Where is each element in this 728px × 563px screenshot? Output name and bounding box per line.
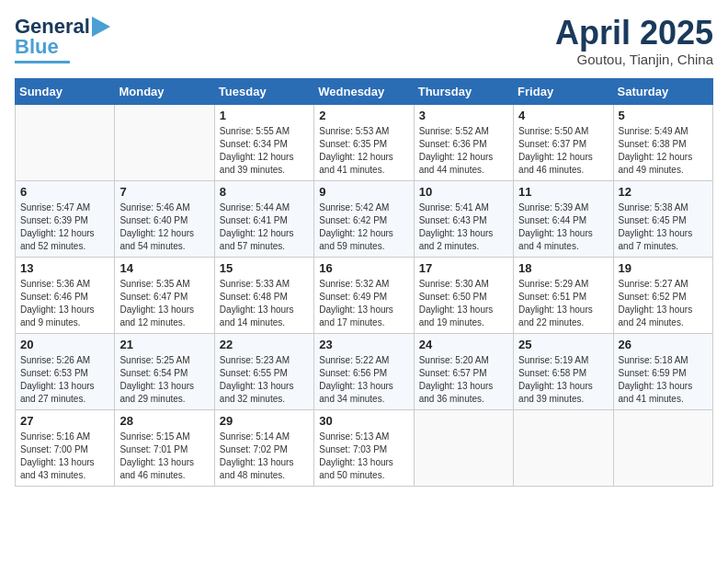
day-number: 24: [419, 338, 508, 351]
day-number: 16: [319, 261, 408, 275]
calendar-cell: 13Sunrise: 5:36 AMSunset: 6:46 PMDayligh…: [16, 257, 115, 333]
calendar-cell: 3Sunrise: 5:52 AMSunset: 6:36 PMDaylight…: [414, 104, 513, 180]
calendar-cell: 7Sunrise: 5:46 AMSunset: 6:40 PMDaylight…: [115, 180, 214, 257]
calendar-cell: 20Sunrise: 5:26 AMSunset: 6:53 PMDayligh…: [16, 333, 115, 409]
calendar-cell: 2Sunrise: 5:53 AMSunset: 6:35 PMDaylight…: [314, 104, 414, 180]
calendar-cell: 28Sunrise: 5:15 AMSunset: 7:01 PMDayligh…: [115, 409, 214, 486]
calendar-week-row: 1Sunrise: 5:55 AMSunset: 6:34 PMDaylight…: [16, 104, 713, 180]
day-info: Sunrise: 5:41 AMSunset: 6:43 PMDaylight:…: [419, 201, 508, 253]
day-info: Sunrise: 5:18 AMSunset: 6:59 PMDaylight:…: [619, 354, 708, 406]
day-number: 12: [619, 185, 708, 199]
logo-arrow-icon: [92, 17, 110, 37]
calendar-cell: 17Sunrise: 5:30 AMSunset: 6:50 PMDayligh…: [414, 257, 513, 333]
day-info: Sunrise: 5:29 AMSunset: 6:51 PMDaylight:…: [518, 278, 608, 329]
day-number: 20: [20, 338, 109, 351]
weekday-header-thursday: Thursday: [414, 78, 513, 104]
calendar-cell: 18Sunrise: 5:29 AMSunset: 6:51 PMDayligh…: [514, 257, 613, 333]
calendar-cell: 9Sunrise: 5:42 AMSunset: 6:42 PMDaylight…: [314, 180, 414, 257]
calendar-week-row: 20Sunrise: 5:26 AMSunset: 6:53 PMDayligh…: [16, 333, 713, 409]
day-info: Sunrise: 5:14 AMSunset: 7:02 PMDaylight:…: [220, 431, 309, 482]
calendar-table: SundayMondayTuesdayWednesdayThursdayFrid…: [15, 78, 713, 487]
calendar-cell: 24Sunrise: 5:20 AMSunset: 6:57 PMDayligh…: [414, 333, 513, 409]
location: Goutou, Tianjin, China: [555, 52, 713, 67]
day-number: 7: [119, 185, 209, 199]
logo: General Blue: [15, 15, 110, 63]
day-info: Sunrise: 5:23 AMSunset: 6:55 PMDaylight:…: [220, 354, 309, 406]
day-number: 9: [319, 185, 408, 199]
day-number: 21: [119, 338, 209, 351]
weekday-header-row: SundayMondayTuesdayWednesdayThursdayFrid…: [16, 78, 713, 104]
calendar-cell: 12Sunrise: 5:38 AMSunset: 6:45 PMDayligh…: [613, 180, 712, 257]
day-number: 27: [20, 414, 109, 428]
weekday-header-monday: Monday: [115, 78, 214, 104]
calendar-cell: [514, 409, 613, 486]
weekday-header-saturday: Saturday: [613, 78, 712, 104]
logo-blue: Blue: [15, 35, 59, 59]
day-number: 1: [220, 109, 309, 122]
day-info: Sunrise: 5:53 AMSunset: 6:35 PMDaylight:…: [319, 125, 408, 177]
day-number: 15: [220, 261, 309, 275]
day-info: Sunrise: 5:16 AMSunset: 7:00 PMDaylight:…: [20, 431, 109, 482]
day-number: 5: [619, 109, 708, 122]
calendar-cell: [414, 409, 513, 486]
day-number: 25: [518, 338, 608, 351]
day-number: 6: [20, 185, 109, 199]
calendar-cell: [115, 104, 214, 180]
day-info: Sunrise: 5:47 AMSunset: 6:39 PMDaylight:…: [20, 201, 109, 253]
calendar-cell: 5Sunrise: 5:49 AMSunset: 6:38 PMDaylight…: [613, 104, 712, 180]
day-info: Sunrise: 5:55 AMSunset: 6:34 PMDaylight:…: [220, 125, 309, 177]
calendar-cell: 26Sunrise: 5:18 AMSunset: 6:59 PMDayligh…: [613, 333, 712, 409]
calendar-cell: 23Sunrise: 5:22 AMSunset: 6:56 PMDayligh…: [314, 333, 414, 409]
calendar-cell: 10Sunrise: 5:41 AMSunset: 6:43 PMDayligh…: [414, 180, 513, 257]
title-block: April 2025 Goutou, Tianjin, China: [555, 15, 713, 67]
day-number: 28: [119, 414, 209, 428]
day-info: Sunrise: 5:22 AMSunset: 6:56 PMDaylight:…: [319, 354, 408, 406]
day-info: Sunrise: 5:26 AMSunset: 6:53 PMDaylight:…: [20, 354, 109, 406]
calendar-cell: [16, 104, 115, 180]
day-info: Sunrise: 5:49 AMSunset: 6:38 PMDaylight:…: [619, 125, 708, 177]
weekday-header-wednesday: Wednesday: [314, 78, 414, 104]
calendar-cell: 19Sunrise: 5:27 AMSunset: 6:52 PMDayligh…: [613, 257, 712, 333]
calendar-week-row: 6Sunrise: 5:47 AMSunset: 6:39 PMDaylight…: [16, 180, 713, 257]
calendar-cell: 29Sunrise: 5:14 AMSunset: 7:02 PMDayligh…: [214, 409, 313, 486]
calendar-cell: 15Sunrise: 5:33 AMSunset: 6:48 PMDayligh…: [214, 257, 313, 333]
calendar-week-row: 13Sunrise: 5:36 AMSunset: 6:46 PMDayligh…: [16, 257, 713, 333]
day-info: Sunrise: 5:39 AMSunset: 6:44 PMDaylight:…: [518, 201, 608, 253]
logo-underline: [15, 61, 70, 63]
month-title: April 2025: [555, 15, 713, 52]
day-number: 23: [319, 338, 408, 351]
svg-marker-0: [92, 17, 110, 37]
calendar-cell: 22Sunrise: 5:23 AMSunset: 6:55 PMDayligh…: [214, 333, 313, 409]
day-number: 2: [319, 109, 408, 122]
day-number: 14: [119, 261, 209, 275]
day-info: Sunrise: 5:50 AMSunset: 6:37 PMDaylight:…: [518, 125, 608, 177]
day-info: Sunrise: 5:36 AMSunset: 6:46 PMDaylight:…: [20, 278, 109, 329]
day-number: 29: [220, 414, 309, 428]
calendar-cell: [613, 409, 712, 486]
day-number: 10: [419, 185, 508, 199]
calendar-cell: 6Sunrise: 5:47 AMSunset: 6:39 PMDaylight…: [16, 180, 115, 257]
day-info: Sunrise: 5:38 AMSunset: 6:45 PMDaylight:…: [619, 201, 708, 253]
day-info: Sunrise: 5:13 AMSunset: 7:03 PMDaylight:…: [319, 431, 408, 482]
day-info: Sunrise: 5:42 AMSunset: 6:42 PMDaylight:…: [319, 201, 408, 253]
calendar-cell: 27Sunrise: 5:16 AMSunset: 7:00 PMDayligh…: [16, 409, 115, 486]
day-number: 19: [619, 261, 708, 275]
calendar-cell: 16Sunrise: 5:32 AMSunset: 6:49 PMDayligh…: [314, 257, 414, 333]
day-info: Sunrise: 5:25 AMSunset: 6:54 PMDaylight:…: [119, 354, 209, 406]
day-number: 4: [518, 109, 608, 122]
calendar-cell: 1Sunrise: 5:55 AMSunset: 6:34 PMDaylight…: [214, 104, 313, 180]
day-info: Sunrise: 5:30 AMSunset: 6:50 PMDaylight:…: [419, 278, 508, 329]
day-info: Sunrise: 5:46 AMSunset: 6:40 PMDaylight:…: [119, 201, 209, 253]
page-header: General Blue April 2025 Goutou, Tianjin,…: [15, 15, 713, 67]
calendar-week-row: 27Sunrise: 5:16 AMSunset: 7:00 PMDayligh…: [16, 409, 713, 486]
day-number: 8: [220, 185, 309, 199]
day-info: Sunrise: 5:27 AMSunset: 6:52 PMDaylight:…: [619, 278, 708, 329]
day-info: Sunrise: 5:32 AMSunset: 6:49 PMDaylight:…: [319, 278, 408, 329]
day-info: Sunrise: 5:52 AMSunset: 6:36 PMDaylight:…: [419, 125, 508, 177]
day-number: 13: [20, 261, 109, 275]
day-number: 3: [419, 109, 508, 122]
day-number: 26: [619, 338, 708, 351]
calendar-cell: 30Sunrise: 5:13 AMSunset: 7:03 PMDayligh…: [314, 409, 414, 486]
day-info: Sunrise: 5:33 AMSunset: 6:48 PMDaylight:…: [220, 278, 309, 329]
weekday-header-friday: Friday: [514, 78, 613, 104]
